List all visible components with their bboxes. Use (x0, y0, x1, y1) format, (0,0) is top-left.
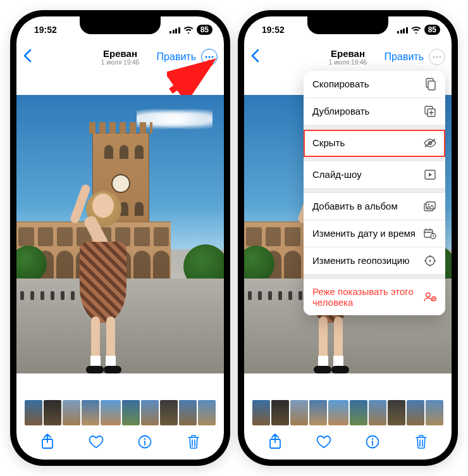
svg-point-0 (205, 56, 207, 58)
copy-icon (424, 78, 436, 91)
menu-label: Реже показывать этого человека (312, 286, 424, 308)
info-icon[interactable] (135, 432, 154, 451)
edit-button[interactable]: Править (385, 51, 424, 63)
thumbnail[interactable] (141, 400, 159, 425)
menu-separator (304, 157, 445, 161)
svg-point-2 (211, 56, 213, 58)
more-actions-button[interactable] (201, 49, 218, 65)
trash-icon[interactable] (412, 432, 431, 451)
screen-left: 19:52 85 Ереван 1 июля 19:46 (16, 16, 224, 460)
thumbnail[interactable] (44, 400, 61, 425)
menu-label: Дублировать (312, 106, 369, 116)
thumbnail[interactable] (252, 400, 270, 425)
location-icon (424, 254, 436, 267)
duplicate-icon (424, 105, 436, 118)
svg-point-1 (208, 56, 210, 58)
svg-point-9 (439, 56, 441, 58)
menu-duplicate[interactable]: Дублировать (304, 98, 445, 125)
notch (80, 16, 161, 34)
nav-bar: Ереван 1 июля 19:46 Править (244, 43, 452, 71)
thumbnail[interactable] (160, 400, 178, 425)
menu-add-to-album[interactable]: Добавить в альбом (304, 193, 445, 220)
menu-label: Изменить геопозицию (312, 255, 409, 266)
svg-point-26 (429, 260, 431, 261)
thumbnail[interactable] (82, 400, 99, 425)
menu-copy[interactable]: Скопировать (304, 71, 445, 98)
wifi-icon (183, 26, 194, 34)
menu-adjust-location[interactable]: Изменить геопозицию (304, 247, 445, 275)
status-time: 19:52 (262, 25, 285, 35)
screen-right: 19:52 85 Ереван 1 июля 19:46 (244, 16, 452, 460)
thumbnail[interactable] (350, 400, 367, 425)
cellular-icon (169, 26, 180, 34)
thumbnail[interactable] (388, 400, 405, 425)
actions-menu: Скопировать Дублировать Скрыть Слайд-шоу (304, 71, 445, 315)
back-button[interactable] (250, 49, 259, 65)
slideshow-icon (424, 168, 436, 181)
svg-point-5 (144, 438, 145, 439)
calendar-clock-icon (424, 227, 436, 240)
thumbnail[interactable] (309, 400, 327, 425)
hide-icon (424, 137, 436, 149)
thumbnail[interactable] (271, 400, 289, 425)
thumbnail[interactable] (198, 400, 216, 425)
person-minus-icon (424, 291, 436, 303)
cellular-icon (397, 26, 408, 34)
thumbnail[interactable] (179, 400, 197, 425)
thumbnail[interactable] (25, 400, 42, 425)
thumbnail-strip[interactable] (244, 398, 452, 428)
thumbnail[interactable] (407, 400, 424, 425)
iphone-frame-left: 19:52 85 Ереван 1 июля 19:46 (10, 10, 230, 466)
svg-point-7 (433, 56, 434, 58)
svg-point-22 (428, 204, 429, 205)
thumbnail[interactable] (63, 400, 80, 425)
thumbnail[interactable] (122, 400, 140, 425)
favorite-icon[interactable] (314, 432, 333, 451)
thumbnail-strip[interactable] (16, 398, 224, 428)
wifi-icon (411, 26, 421, 34)
menu-separator (304, 189, 445, 193)
more-actions-button[interactable] (429, 49, 445, 65)
thumbnail-selected[interactable] (328, 400, 348, 425)
menu-label: Слайд-шоу (312, 169, 362, 180)
menu-feature-less[interactable]: Реже показывать этого человека (304, 279, 445, 315)
album-icon (424, 200, 436, 213)
menu-slideshow[interactable]: Слайд-шоу (304, 161, 445, 189)
menu-adjust-datetime[interactable]: Изменить дату и время (304, 220, 445, 247)
battery-indicator: 85 (197, 25, 212, 35)
thumbnail[interactable] (369, 400, 386, 425)
menu-separator (304, 125, 445, 130)
thumbnail-selected[interactable] (101, 400, 121, 425)
thumbnail[interactable] (290, 400, 308, 425)
share-icon[interactable] (266, 432, 285, 451)
trash-icon[interactable] (184, 432, 203, 451)
menu-separator (304, 275, 445, 279)
svg-point-12 (371, 438, 373, 439)
iphone-frame-right: 19:52 85 Ереван 1 июля 19:46 (238, 10, 458, 466)
back-button[interactable] (23, 49, 32, 65)
svg-point-8 (436, 56, 438, 58)
photo-content (16, 95, 224, 373)
info-icon[interactable] (363, 432, 382, 451)
menu-label: Скрыть (312, 137, 345, 148)
status-time: 19:52 (34, 25, 57, 35)
thumbnail[interactable] (426, 400, 443, 425)
bottom-toolbar (244, 428, 452, 460)
menu-label: Добавить в альбом (312, 201, 398, 211)
svg-point-27 (426, 293, 430, 297)
menu-label: Скопировать (312, 78, 369, 89)
share-icon[interactable] (38, 432, 57, 451)
photo-viewport[interactable] (16, 71, 224, 398)
menu-hide[interactable]: Скрыть (304, 130, 445, 157)
notch (307, 16, 388, 34)
svg-rect-14 (428, 81, 435, 90)
nav-bar: Ереван 1 июля 19:46 Править (16, 43, 224, 71)
battery-indicator: 85 (424, 25, 440, 35)
edit-button[interactable]: Править (157, 51, 196, 63)
bottom-toolbar (16, 428, 224, 460)
menu-label: Изменить дату и время (312, 228, 416, 239)
favorite-icon[interactable] (87, 432, 106, 451)
